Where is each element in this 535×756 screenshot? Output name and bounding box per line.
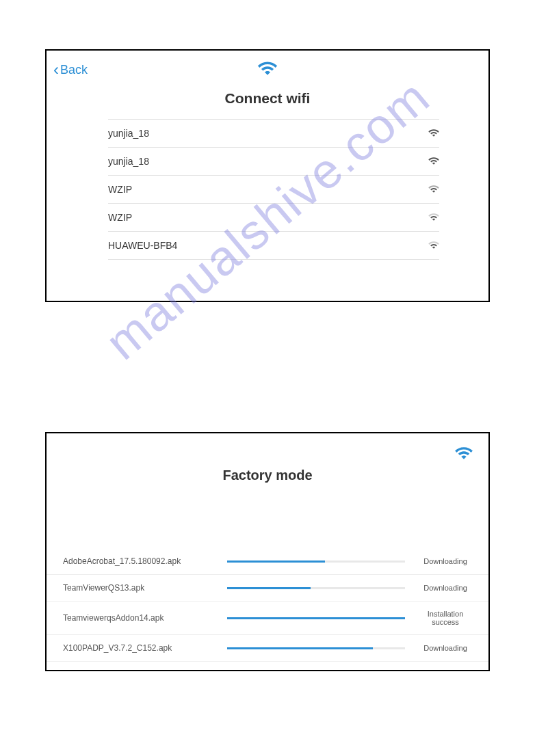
wifi-icon xyxy=(454,446,473,462)
wifi-ssid: yunjia_18 xyxy=(108,128,149,139)
progress-bar xyxy=(227,587,405,589)
wifi-network-item[interactable]: yunjia_18 xyxy=(108,119,439,148)
progress-fill xyxy=(227,587,311,589)
wifi-ssid: yunjia_18 xyxy=(108,156,149,167)
download-filename: AdobeAcrobat_17.5.180092.apk xyxy=(63,556,227,566)
panel-title: Connect wifi xyxy=(47,90,488,107)
progress-bar xyxy=(227,617,405,619)
connect-wifi-panel: ‹ Back Connect wifi yunjia_18yunjia_18WZ… xyxy=(45,49,490,302)
progress-fill xyxy=(227,647,373,649)
wifi-network-list: yunjia_18yunjia_18WZIPWZIPHUAWEU-BFB4 xyxy=(47,119,488,260)
wifi-signal-icon xyxy=(428,128,439,139)
wifi-network-item[interactable]: yunjia_18 xyxy=(108,148,439,176)
download-item: TeamviewerqsAddon14.apkInstallation succ… xyxy=(47,602,488,635)
wifi-icon xyxy=(257,60,278,78)
download-status: Downloading xyxy=(419,557,472,565)
back-button[interactable]: ‹ Back xyxy=(53,60,88,79)
progress-fill xyxy=(227,617,405,619)
download-status: Installation success xyxy=(419,610,472,626)
download-status: Downloading xyxy=(419,584,472,592)
download-filename: TeamViewerQS13.apk xyxy=(63,583,227,593)
wifi-signal-icon xyxy=(428,156,439,167)
download-item: AdobeAcrobat_17.5.180092.apkDownloading xyxy=(47,548,488,575)
panel-title: Factory mode xyxy=(47,468,488,483)
download-status: Downloading xyxy=(419,644,472,652)
download-item: X100PADP_V3.7.2_C152.apkDownloading xyxy=(47,635,488,662)
wifi-network-item[interactable]: WZIP xyxy=(108,204,439,232)
progress-bar xyxy=(227,647,405,649)
progress-fill xyxy=(227,561,325,563)
wifi-network-item[interactable]: HUAWEU-BFB4 xyxy=(108,232,439,260)
factory-mode-panel: Factory mode AdobeAcrobat_17.5.180092.ap… xyxy=(45,432,490,671)
download-filename: TeamviewerqsAddon14.apk xyxy=(63,613,227,623)
wifi-network-item[interactable]: WZIP xyxy=(108,176,439,204)
wifi-signal-icon xyxy=(428,184,439,195)
wifi-signal-icon xyxy=(428,212,439,223)
wifi-signal-icon xyxy=(428,240,439,251)
download-list: AdobeAcrobat_17.5.180092.apkDownloadingT… xyxy=(47,548,488,662)
chevron-left-icon: ‹ xyxy=(53,60,59,79)
download-filename: X100PADP_V3.7.2_C152.apk xyxy=(63,643,227,653)
progress-bar xyxy=(227,561,405,563)
download-item: TeamViewerQS13.apkDownloading xyxy=(47,575,488,602)
back-label: Back xyxy=(60,63,88,77)
wifi-ssid: WZIP xyxy=(108,184,132,195)
wifi-ssid: WZIP xyxy=(108,212,132,223)
wifi-ssid: HUAWEU-BFB4 xyxy=(108,240,177,251)
